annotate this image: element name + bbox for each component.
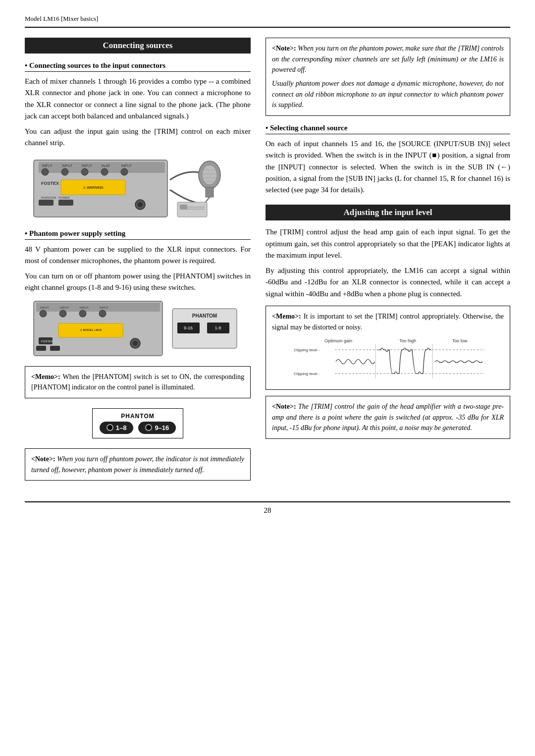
subsection2-para1: 48 V phantom power can be supplied to th… bbox=[25, 244, 251, 267]
svg-rect-22 bbox=[206, 187, 214, 197]
svg-text:INPUT: INPUT bbox=[42, 164, 53, 167]
phantom-btn-circle-1 bbox=[107, 424, 113, 431]
svg-text:FOSTEX: FOSTEX bbox=[41, 340, 53, 343]
memo-box-1: <Memo>: When the [PHANTOM] switch is set… bbox=[25, 366, 251, 398]
phantom-label: PHANTOM bbox=[121, 413, 154, 420]
header-text: Model LM16 [Mixer basics] bbox=[25, 15, 98, 22]
note-box-2-text: <Note>: The [TRIM] control the gain of t… bbox=[272, 401, 504, 433]
note-top-p1: <Note>: When you turn on the phantom pow… bbox=[272, 43, 504, 75]
svg-point-18 bbox=[138, 202, 143, 207]
svg-rect-30 bbox=[180, 205, 187, 210]
svg-text:INPUT: INPUT bbox=[40, 306, 49, 309]
memo-text-1: When the [PHANTOM] switch is set to ON, … bbox=[31, 373, 244, 391]
svg-text:⚠ MODEL LM16: ⚠ MODEL LM16 bbox=[80, 328, 102, 331]
svg-rect-15 bbox=[39, 200, 54, 206]
section2-para2: By adjusting this control appropriately,… bbox=[266, 265, 510, 300]
svg-text:PHANTOM: PHANTOM bbox=[192, 313, 217, 319]
page-header: Model LM16 [Mixer basics] bbox=[25, 15, 510, 28]
memo-box-2: <Memo>: It is important to set the [TRIM… bbox=[266, 306, 510, 390]
svg-point-9 bbox=[81, 168, 88, 175]
note-box-1-text: <Note>: When you turn off phantom power,… bbox=[31, 454, 244, 475]
note-italic-2: The [TRIM] control the gain of the head … bbox=[272, 403, 504, 432]
mixer-image-1: INPUT INPUT INPUT IN.AT INPUT FOSTEX ⚠ W… bbox=[25, 155, 251, 221]
svg-text:POWER: POWER bbox=[58, 196, 70, 199]
memo-bold-2: <Memo>: bbox=[272, 313, 304, 320]
svg-text:INPUT: INPUT bbox=[62, 164, 73, 167]
memo-box-1-text: <Memo>: When the [PHANTOM] switch is set… bbox=[31, 372, 244, 393]
page-number: 28 bbox=[264, 506, 271, 514]
svg-point-11 bbox=[121, 168, 128, 175]
subsection-channel-source-header: Selecting channel source bbox=[266, 124, 510, 134]
svg-text:INPUT: INPUT bbox=[80, 306, 89, 309]
svg-point-8 bbox=[61, 168, 68, 175]
svg-text:FOSTEX: FOSTEX bbox=[41, 181, 59, 186]
phantom-btn-1[interactable]: 1–8 bbox=[100, 422, 134, 434]
phantom-btn-2[interactable]: 9–16 bbox=[138, 422, 176, 434]
main-columns: Connecting sources Connecting sources to… bbox=[25, 38, 510, 486]
waveform-svg: Optimum gain Too high Too low Clipping l… bbox=[272, 336, 504, 381]
note-italic-top: When you turn on the phantom power, make… bbox=[272, 45, 504, 73]
subsection-phantom-power-header: Phantom power supply setting bbox=[25, 229, 251, 240]
mixer-phantom-svg: INPUT INPUT INPUT INPUT FOSTEX ⚠ MODEL L… bbox=[25, 299, 251, 358]
waveform-chart: Optimum gain Too high Too low Clipping l… bbox=[272, 336, 504, 384]
svg-text:PHANTOM: PHANTOM bbox=[41, 196, 56, 199]
svg-point-41 bbox=[79, 310, 86, 317]
svg-rect-16 bbox=[58, 200, 73, 206]
phantom-box: PHANTOM 1–8 9–16 bbox=[92, 408, 184, 438]
page-footer: 28 bbox=[25, 501, 510, 515]
note-top-p2: Usually phantom power does not damage a … bbox=[272, 78, 504, 110]
svg-point-48 bbox=[133, 341, 138, 346]
note-bold-2: <Note>: bbox=[272, 403, 298, 410]
svg-text:IN.AT: IN.AT bbox=[102, 164, 110, 167]
svg-text:INPUT: INPUT bbox=[60, 306, 69, 309]
right-column: <Note>: When you turn on the phantom pow… bbox=[266, 38, 510, 486]
svg-rect-49 bbox=[36, 346, 46, 351]
svg-rect-34 bbox=[36, 303, 160, 312]
phantom-btn-1-label: 1–8 bbox=[116, 424, 127, 432]
svg-rect-50 bbox=[50, 346, 60, 351]
subsection2-para2: You can turn on or off phantom power usi… bbox=[25, 270, 251, 294]
svg-text:INPUT: INPUT bbox=[82, 164, 93, 167]
svg-text:Too low: Too low bbox=[452, 338, 468, 343]
svg-text:⚠ WARNING: ⚠ WARNING bbox=[83, 186, 104, 189]
phantom-buttons: 1–8 9–16 bbox=[100, 422, 176, 434]
mixer-svg-1: INPUT INPUT INPUT IN.AT INPUT FOSTEX ⚠ W… bbox=[25, 155, 251, 219]
note-box-1: <Note>: When you turn off phantom power,… bbox=[25, 448, 251, 481]
memo-text-2: It is important to set the [TRIM] contro… bbox=[272, 313, 504, 331]
svg-text:INPUT: INPUT bbox=[121, 164, 132, 167]
note-box-2: <Note>: The [TRIM] control the gain of t… bbox=[266, 396, 510, 439]
adjusting-input-level-header: Adjusting the input level bbox=[266, 205, 510, 220]
svg-text:1-8: 1-8 bbox=[214, 325, 221, 330]
svg-point-42 bbox=[99, 310, 106, 317]
note-bold-1: <Note>: bbox=[31, 455, 57, 463]
subsection-input-connectors-header: Connecting sources to the input connecto… bbox=[25, 61, 251, 72]
phantom-buttons-wrapper: PHANTOM 1–8 9–16 bbox=[25, 404, 251, 442]
svg-text:INPUT: INPUT bbox=[100, 306, 108, 309]
subsection1-para2: You can adjust the input gain using the … bbox=[25, 126, 251, 149]
memo-box-2-text: <Memo>: It is important to set the [TRIM… bbox=[272, 311, 504, 332]
section2-para1: The [TRIM] control adjust the head amp g… bbox=[266, 226, 510, 261]
svg-text:Too high: Too high bbox=[399, 338, 416, 343]
note-bold-top: <Note>: bbox=[272, 45, 298, 52]
svg-text:Clipping level -: Clipping level - bbox=[294, 372, 320, 376]
note-italic-top2: Usually phantom power does not damage a … bbox=[272, 80, 504, 108]
svg-point-7 bbox=[42, 168, 49, 175]
mixer-image-2: INPUT INPUT INPUT INPUT FOSTEX ⚠ MODEL L… bbox=[25, 299, 251, 360]
phantom-btn-circle-2 bbox=[145, 424, 152, 431]
subsection1-para1: Each of mixer channels 1 through 16 prov… bbox=[25, 76, 251, 122]
svg-text:9-16: 9-16 bbox=[184, 325, 193, 330]
subsection3-para1: On each of input channels 15 and 16, the… bbox=[266, 138, 510, 196]
memo-bold-1: <Memo>: bbox=[31, 373, 60, 380]
page-wrapper: Model LM16 [Mixer basics] Connecting sou… bbox=[0, 0, 535, 756]
connecting-sources-header: Connecting sources bbox=[25, 38, 251, 54]
svg-text:Clipping level -: Clipping level - bbox=[294, 348, 320, 352]
svg-point-10 bbox=[101, 168, 108, 175]
note-italic-1: When you turn off phantom power, the ind… bbox=[31, 455, 244, 474]
left-column: Connecting sources Connecting sources to… bbox=[25, 38, 251, 486]
svg-text:Optimum gain: Optimum gain bbox=[324, 338, 352, 343]
svg-point-40 bbox=[59, 310, 66, 317]
svg-point-39 bbox=[40, 310, 47, 317]
phantom-btn-2-label: 9–16 bbox=[155, 424, 169, 432]
note-box-top: <Note>: When you turn on the phantom pow… bbox=[266, 38, 510, 116]
